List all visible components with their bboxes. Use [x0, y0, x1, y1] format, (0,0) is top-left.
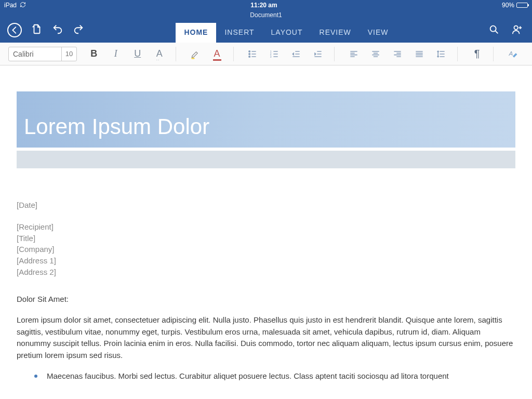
bullet-text[interactable]: Maecenas faucibus. Morbi sed lectus. Cur… — [47, 370, 449, 382]
placeholder-company[interactable]: [Company] — [17, 244, 515, 255]
device-label: iPad — [4, 2, 17, 9]
separator — [493, 47, 494, 61]
bold-button[interactable]: B — [83, 45, 105, 63]
app-title-bar: Document1 HOME INSERT LAYOUT REVIEW VIEW — [0, 10, 532, 43]
tab-view[interactable]: VIEW — [360, 23, 397, 43]
page: Lorem Ipsum Dolor [Date] [Recipient] [Ti… — [17, 91, 515, 382]
separator — [457, 47, 458, 61]
clock: 11:20 am — [26, 2, 502, 9]
styles-button[interactable]: A — [502, 45, 524, 63]
separator — [334, 47, 335, 61]
italic-button[interactable]: I — [105, 45, 127, 63]
tab-layout[interactable]: LAYOUT — [263, 23, 311, 43]
font-name-field[interactable]: Calibri — [9, 47, 61, 61]
align-left-button[interactable] — [343, 45, 365, 63]
svg-point-3 — [249, 53, 250, 55]
font-color-button[interactable]: A — [206, 45, 228, 63]
search-button[interactable] — [488, 24, 500, 37]
svg-text:3: 3 — [270, 55, 272, 58]
battery-icon — [516, 3, 528, 8]
placeholder-title[interactable]: [Title] — [17, 233, 515, 244]
letterhead-banner[interactable]: Lorem Ipsum Dolor — [17, 91, 515, 148]
svg-point-0 — [490, 26, 496, 32]
placeholder-recipient[interactable]: [Recipient] — [17, 221, 515, 233]
body-paragraph[interactable]: Lorem ipsum dolor sit amet, consectetuer… — [17, 314, 515, 361]
placeholder-date[interactable]: [Date] — [17, 200, 515, 211]
svg-text:A: A — [509, 50, 513, 57]
document-canvas[interactable]: Lorem Ipsum Dolor [Date] [Recipient] [Ti… — [0, 65, 532, 399]
battery-percent: 90% — [502, 2, 514, 9]
status-bar: iPad 11:20 am 90% — [0, 0, 532, 10]
highlight-button[interactable] — [184, 45, 206, 63]
numbered-list-button[interactable]: 123 — [263, 45, 285, 63]
svg-point-2 — [249, 50, 250, 52]
tab-home[interactable]: HOME — [176, 23, 216, 43]
bulleted-list-button[interactable] — [242, 45, 263, 63]
separator — [176, 47, 176, 61]
ribbon-home: Calibri 10 B I U A.. A 123 — [0, 43, 532, 65]
sync-icon — [20, 2, 26, 9]
separator — [233, 47, 234, 61]
font-format-button[interactable]: A.. — [149, 45, 170, 63]
align-justify-button[interactable] — [408, 45, 430, 63]
back-button[interactable] — [7, 23, 22, 37]
bullet-icon — [34, 375, 37, 378]
font-size-field[interactable]: 10 — [61, 47, 76, 61]
ribbon-tabs: HOME INSERT LAYOUT REVIEW VIEW — [89, 23, 483, 43]
file-actions-button[interactable] — [31, 23, 43, 37]
svg-point-4 — [249, 56, 250, 57]
align-center-button[interactable] — [365, 45, 387, 63]
tab-insert[interactable]: INSERT — [216, 23, 262, 43]
line-spacing-button[interactable] — [430, 45, 452, 63]
svg-point-1 — [514, 26, 518, 30]
decrease-indent-button[interactable] — [285, 45, 307, 63]
font-selector[interactable]: Calibri 10 — [8, 47, 77, 61]
undo-button[interactable] — [52, 23, 63, 37]
document-title: Document1 — [0, 10, 532, 19]
paragraph-marks-button[interactable]: ¶ — [466, 45, 488, 63]
underline-button[interactable]: U — [127, 45, 149, 63]
salutation[interactable]: Dolor Sit Amet: — [17, 294, 515, 305]
placeholder-address1[interactable]: [Address 1] — [17, 255, 515, 267]
redo-button[interactable] — [73, 23, 84, 37]
letterhead-subbar — [17, 151, 515, 168]
bullet-item[interactable]: Maecenas faucibus. Morbi sed lectus. Cur… — [17, 370, 515, 382]
share-button[interactable] — [511, 24, 523, 37]
align-right-button[interactable] — [387, 45, 408, 63]
tab-review[interactable]: REVIEW — [311, 23, 360, 43]
letterhead-title[interactable]: Lorem Ipsum Dolor — [24, 114, 515, 139]
increase-indent-button[interactable] — [307, 45, 329, 63]
placeholder-address2[interactable]: [Address 2] — [17, 267, 515, 278]
